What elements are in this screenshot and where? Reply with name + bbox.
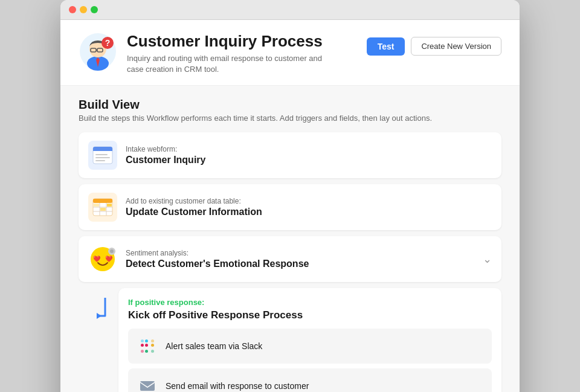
svg-rect-25 [107,204,112,207]
page-title: Customer Inquiry Process [127,32,357,51]
svg-rect-44 [151,350,154,353]
emoji-icon: ❤️ ❤️ [88,245,117,274]
test-button[interactable]: Test [367,37,405,56]
step-label: Sentiment analysis: [126,249,474,257]
table-icon [88,193,117,222]
step-name: Update Customer Information [126,207,492,217]
nested-positive-block: If positive response: Kick off Positive … [118,288,501,392]
branch-arrow [97,298,114,328]
page-description: Inquiry and routing with email response … [127,53,332,75]
header-text: Customer Inquiry Process Inquiry and rou… [127,32,357,76]
steps-container: Intake webform: Customer Inquiry [60,123,520,392]
chevron-down-icon[interactable]: ⌄ [483,252,492,266]
step-text: Sentiment analysis: Detect Customer's Em… [126,249,474,269]
close-button[interactable] [69,6,76,13]
step-sentiment[interactable]: ❤️ ❤️ Sentiment ana [79,236,501,282]
step-label: Add to existing customer data table: [126,197,492,205]
svg-rect-45 [140,381,155,391]
sub-step-name: Alert sales team via Slack [166,341,262,351]
sub-step-email[interactable]: Send email with response to customer [128,368,492,392]
step-label: Intake webform: [126,145,492,153]
svg-rect-34 [114,251,115,252]
sub-step-name: Send email with response to customer [166,381,309,391]
build-view-title: Build View [79,98,501,112]
minimize-button[interactable] [80,6,87,13]
svg-rect-18 [93,199,112,203]
svg-text:?: ? [105,38,111,48]
title-bar [60,0,520,20]
condition-label: If positive response: [128,298,492,307]
webform-icon [88,141,117,170]
nested-title: Kick off Positive Response Process [128,309,492,321]
create-version-button[interactable]: Create New Version [411,37,501,56]
svg-rect-38 [145,339,148,342]
step-intake-webform[interactable]: Intake webform: Customer Inquiry [79,132,501,178]
svg-marker-35 [97,313,102,319]
svg-rect-24 [100,208,106,211]
svg-rect-42 [151,339,154,342]
sub-step-slack[interactable]: Alert sales team via Slack [128,329,492,364]
step-text: Add to existing customer data table: Upd… [126,197,492,217]
step-text: Intake webform: Customer Inquiry [126,145,492,165]
step-update-customer[interactable]: Add to existing customer data table: Upd… [79,184,501,230]
svg-point-30 [110,249,114,253]
slack-icon [137,335,158,357]
svg-rect-39 [145,350,148,353]
svg-rect-15 [95,160,105,161]
svg-rect-43 [141,350,144,353]
svg-rect-14 [95,157,110,158]
app-window: ? Customer Inquiry Process Inquiry and r… [60,0,520,392]
email-icon [137,375,158,392]
svg-rect-12 [93,149,112,151]
svg-rect-41 [141,339,144,342]
svg-rect-33 [108,251,110,252]
build-section: Build View Build the steps this Workflow… [60,86,520,123]
svg-rect-32 [111,253,112,255]
svg-text:❤️: ❤️ [93,255,101,263]
build-view-description: Build the steps this Workflow performs e… [79,114,501,123]
header-actions: Test Create New Version [367,37,501,56]
svg-rect-13 [95,154,108,155]
main-content: ? Customer Inquiry Process Inquiry and r… [60,20,520,392]
step-name: Detect Customer's Emotional Response [126,259,474,269]
svg-rect-36 [141,344,144,347]
svg-text:❤️: ❤️ [105,255,113,263]
avatar: ? [79,32,117,71]
svg-rect-40 [151,344,154,347]
sub-steps: Alert sales team via Slack Send email wi… [128,329,492,392]
svg-rect-31 [111,248,112,249]
step-name: Customer Inquiry [126,155,492,165]
svg-rect-23 [94,204,99,207]
maximize-button[interactable] [91,6,98,13]
header: ? Customer Inquiry Process Inquiry and r… [60,20,520,86]
avatar-icon: ? [79,32,117,71]
svg-rect-37 [145,344,148,347]
